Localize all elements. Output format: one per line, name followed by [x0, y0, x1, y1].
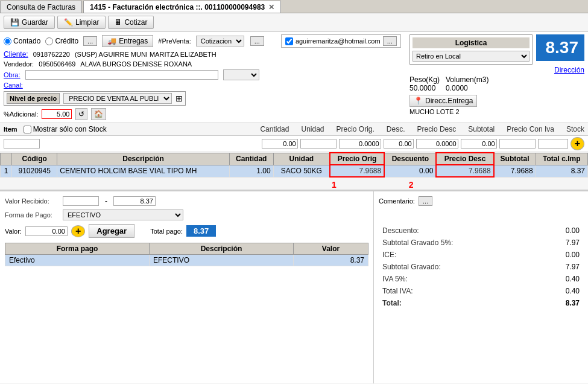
truck-icon: 🚚 — [107, 37, 116, 45]
th-forma-pago: Forma pago — [5, 243, 150, 255]
total-label: Total: — [380, 298, 540, 309]
direc-entrega-btn[interactable]: 📍 Direcc.Entrega — [409, 95, 477, 107]
tab-consulta[interactable]: Consulta de Facturas — [0, 1, 82, 13]
logistica-select[interactable]: Retiro en Local — [413, 51, 530, 62]
th-subtotal: Subtotal — [494, 153, 536, 165]
comentario-row: Comentario: ... — [379, 196, 583, 206]
forma-pago-select[interactable]: EFECTIVO TARJETA TRANSFERENCIA — [63, 210, 183, 220]
precio-orig-input[interactable]: 0.0000 — [339, 139, 381, 149]
th-total-imp: Total c.Imp — [536, 153, 587, 165]
credito-radio[interactable] — [45, 37, 53, 45]
email-extra-button[interactable]: ... — [383, 36, 397, 46]
refresh-icon-btn[interactable]: ↺ — [75, 108, 87, 120]
stock-input[interactable] — [538, 139, 568, 149]
bottom-right: Comentario: ... Descuento: 0.00 Subtotal… — [374, 191, 588, 383]
descuento-label: Descuento: — [380, 225, 540, 236]
th-precio-desc: Precio Desc — [436, 153, 493, 165]
valor-sep: - — [105, 197, 107, 205]
precio-iva-input[interactable] — [499, 139, 536, 149]
add-item-btn[interactable]: + — [571, 137, 584, 150]
guardar-button[interactable]: 💾 Guardar — [4, 16, 55, 29]
pago-row[interactable]: Efectivo EFECTIVO 8.37 — [5, 255, 368, 266]
entregas-button[interactable]: 🚚 Entregas — [102, 35, 153, 47]
comentario-label: Comentario: — [379, 197, 415, 205]
th-descripcion: Descripción — [57, 153, 229, 165]
total-value: 8.37 — [542, 298, 582, 309]
client-id: 0918762220 — [33, 51, 70, 58]
th-codigo: Código — [11, 153, 57, 165]
items-section: Item Mostrar sólo con Stock Cantidad Uni… — [0, 123, 588, 190]
credito-radio-label[interactable]: Crédito — [45, 37, 78, 45]
th-valor: Valor — [294, 243, 368, 255]
precio-calc-icon[interactable]: ⊞ — [175, 94, 183, 103]
home-icon-btn[interactable]: 🏠 — [91, 108, 106, 120]
canal-label: Canal: — [4, 82, 23, 89]
contado-radio-label[interactable]: Contado — [4, 37, 40, 45]
mucho-lote: MUCHO LOTE 2 — [409, 108, 584, 115]
unidad-input[interactable] — [300, 139, 337, 149]
total-pago-value: 8.37 — [186, 225, 216, 237]
summary-subtotal-row: Subtotal Gravado: 7.97 — [380, 261, 582, 272]
iva5-value: 0.40 — [542, 274, 582, 284]
precio-desc-input[interactable]: 0.0000 — [416, 139, 458, 149]
summary-total-row: Total: 8.37 — [380, 298, 582, 309]
vendor-label: Vendedor: — [4, 60, 34, 68]
adicional-input[interactable] — [42, 109, 72, 119]
obra-label: Obra: — [4, 71, 21, 78]
direccion-label: Dirección — [409, 66, 584, 74]
preventa-select[interactable]: Cotizacion — [196, 36, 244, 46]
direc-entrega-row: 📍 Direcc.Entrega MUCHO LOTE 2 — [409, 95, 584, 115]
total-pago-label: Total pago: — [150, 228, 183, 235]
email-checkbox[interactable] — [285, 37, 293, 45]
td-precio-orig: 7.9688 — [330, 165, 384, 177]
valor-recibido-input1[interactable] — [63, 196, 99, 206]
valor-recibido-input2[interactable] — [113, 196, 156, 206]
th-cantidad: Cantidad — [229, 153, 273, 165]
vendor-id: 0950506469 — [39, 60, 75, 68]
subtotal-grav-label: Subtotal Gravado: — [380, 261, 540, 272]
email-container: aguirremaritza@hotmail.com ... — [281, 34, 401, 48]
contado-radio[interactable] — [4, 37, 11, 45]
iva5-label: IVA 5%: — [380, 274, 540, 284]
comentario-btn[interactable]: ... — [419, 196, 432, 206]
logistica-box: Logistica Retiro en Local — [409, 34, 533, 65]
subtotal-input[interactable]: 0.00 — [461, 139, 497, 149]
bottom-section: Valor Recibido: - Forma de Pago: EFECTIV… — [0, 190, 588, 383]
vendor-name: ALAVA BURGOS DENISSE ROXANA — [80, 60, 192, 68]
direccion-link[interactable]: Dirección — [554, 66, 584, 74]
obra-input[interactable] — [25, 70, 218, 80]
nivel-precio-select[interactable]: PRECIO DE VENTA AL PUBLICO — [63, 93, 172, 104]
plus-btn[interactable]: + — [71, 225, 85, 237]
desc-input[interactable]: 0.00 — [384, 139, 414, 149]
summary-iva5-row: IVA 5%: 0.40 — [380, 274, 582, 284]
item-search-input[interactable] — [4, 139, 40, 149]
top-section: Contado Crédito ... 🚚 Entregas #PreVenta… — [0, 32, 588, 123]
agregar-btn[interactable]: Agregar — [89, 224, 134, 238]
table-row[interactable]: 1 91020945 CEMENTO HOLCIM BASE VIAL TIPO… — [1, 165, 588, 177]
payment-extra-button[interactable]: ... — [83, 36, 97, 46]
limpiar-button[interactable]: ✏️ Limpiar — [57, 16, 106, 29]
peso-label: Peso(Kg) — [409, 75, 440, 84]
item-label: Item — [4, 126, 17, 133]
th-descuento: Descuento — [384, 153, 436, 165]
pago-table: Forma pago Descripción Valor Efectivo EF… — [5, 243, 368, 266]
mostrar-stock-checkbox[interactable] — [24, 126, 31, 133]
cantidad-input[interactable]: 0.00 — [262, 139, 298, 149]
forma-pago-label: Forma de Pago: — [5, 211, 59, 219]
col-headers: Cantidad Unidad Precio Orig. Desc. Preci… — [113, 125, 584, 133]
valor-agregar-input[interactable] — [25, 226, 68, 236]
subtotal-grav-value: 7.97 — [542, 261, 582, 272]
tab-close-icon[interactable]: ✕ — [268, 3, 274, 11]
volumen-value: 0.0000 — [446, 84, 468, 92]
mostrar-stock-label[interactable]: Mostrar sólo con Stock — [24, 125, 107, 133]
tab-facturacion[interactable]: 1415 - Facturación electrónica ::. 00110… — [83, 1, 281, 13]
cotizar-button[interactable]: 🖩 Cotizar — [108, 16, 154, 29]
preventa-extra-button[interactable]: ... — [250, 36, 264, 46]
th-descripcion: Descripción — [149, 243, 293, 255]
descuento-value: 0.00 — [542, 225, 582, 236]
td-desc: EFECTIVO — [149, 255, 293, 266]
client-link[interactable]: Cliente: — [4, 50, 28, 59]
td-descuento: 0.00 — [384, 165, 436, 177]
obra-select[interactable] — [223, 69, 259, 80]
client-name: (SUSP) AGUIRRE MUNI MARITZA ELIZABETH — [75, 51, 217, 58]
